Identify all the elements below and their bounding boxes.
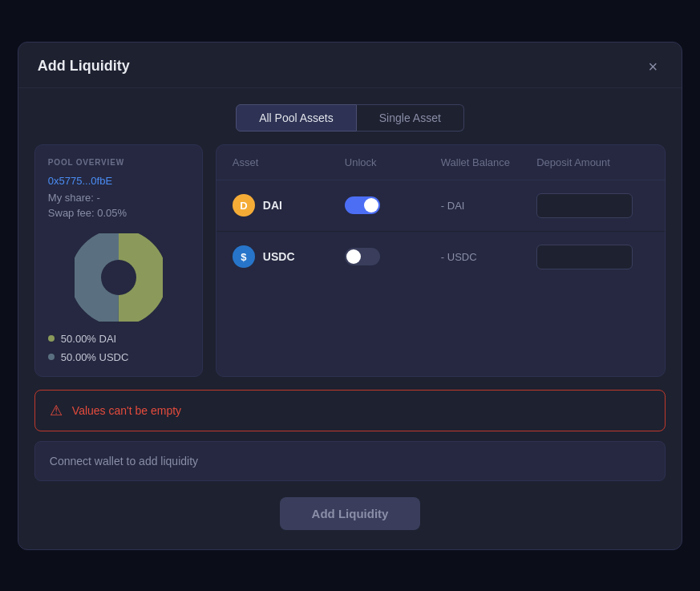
- legend-item-dai: 50.00% DAI: [48, 333, 189, 345]
- wallet-balance-dai: - DAI: [441, 200, 536, 212]
- legend: 50.00% DAI 50.00% USDC: [48, 333, 189, 363]
- add-liquidity-button[interactable]: Add Liquidity: [280, 497, 421, 530]
- connect-wallet-text: Connect wallet to add liquidity: [50, 455, 198, 468]
- col-deposit-amount: Deposit Amount: [536, 156, 649, 168]
- token-name-dai: DAI: [263, 199, 282, 212]
- footer-row: Add Liquidity: [18, 494, 682, 549]
- modal-title: Add Liquidity: [38, 58, 130, 75]
- asset-info-dai: D DAI: [233, 194, 345, 217]
- token-name-usdc: USDC: [263, 250, 295, 263]
- token-icon-usdc: $: [233, 245, 255, 268]
- toggle-dai[interactable]: [345, 196, 380, 214]
- legend-label-dai: 50.00% DAI: [61, 333, 116, 345]
- pool-overview-panel: POOL OVERVIEW 0x5775...0fbE My share: - …: [34, 144, 203, 377]
- asset-info-usdc: $ USDC: [233, 245, 345, 268]
- toggle-usdc[interactable]: [345, 248, 380, 265]
- pie-chart: [75, 233, 163, 322]
- connect-wallet-notice: Connect wallet to add liquidity: [34, 441, 666, 481]
- main-content: POOL OVERVIEW 0x5775...0fbE My share: - …: [18, 144, 682, 390]
- legend-dot-usdc: [48, 354, 55, 360]
- col-asset: Asset: [233, 156, 345, 168]
- table-row: D DAI - DAI: [216, 180, 665, 232]
- col-wallet-balance: Wallet Balance: [441, 156, 536, 168]
- pie-chart-container: [48, 233, 189, 322]
- tab-single-asset[interactable]: Single Asset: [357, 104, 464, 132]
- table-row: $ USDC - USDC: [216, 232, 665, 282]
- modal-header: Add Liquidity ×: [18, 43, 682, 88]
- modal-overlay: Add Liquidity × All Pool Assets Single A…: [0, 0, 700, 591]
- svg-point-2: [101, 260, 136, 295]
- warning-icon: ⚠: [50, 402, 63, 419]
- error-banner: ⚠ Values can't be empty: [34, 390, 666, 431]
- pool-address[interactable]: 0x5775...0fbE: [48, 175, 189, 187]
- swap-fee: Swap fee: 0.05%: [48, 207, 189, 219]
- toggle-wrapper-usdc: [345, 248, 441, 265]
- tab-all-pool-assets[interactable]: All Pool Assets: [236, 104, 357, 132]
- token-icon-dai: D: [233, 194, 255, 217]
- legend-item-usdc: 50.00% USDC: [48, 351, 189, 363]
- legend-label-usdc: 50.00% USDC: [61, 351, 129, 363]
- toggle-wrapper-dai: [345, 196, 441, 214]
- assets-panel: Asset Unlock Wallet Balance Deposit Amou…: [216, 144, 666, 377]
- legend-dot-dai: [48, 335, 55, 342]
- my-share: My share: -: [48, 192, 189, 204]
- col-unlock: Unlock: [345, 156, 441, 168]
- deposit-input-usdc[interactable]: [536, 245, 633, 269]
- tab-row: All Pool Assets Single Asset: [18, 88, 682, 144]
- wallet-balance-usdc: - USDC: [441, 251, 536, 263]
- close-button[interactable]: ×: [643, 57, 662, 76]
- assets-table-header: Asset Unlock Wallet Balance Deposit Amou…: [216, 145, 665, 180]
- deposit-input-dai[interactable]: [536, 193, 633, 218]
- error-message: Values can't be empty: [72, 404, 181, 417]
- add-liquidity-modal: Add Liquidity × All Pool Assets Single A…: [18, 42, 682, 550]
- pool-overview-label: POOL OVERVIEW: [48, 158, 189, 167]
